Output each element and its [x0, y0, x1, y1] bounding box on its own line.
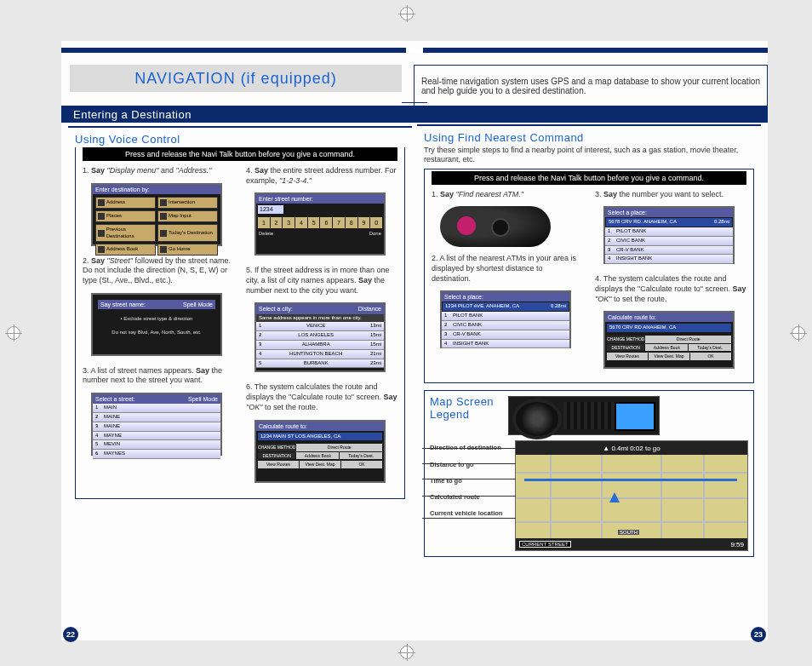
say-street-screenshot: Say street name:Spell Mode • Exclude str… [91, 293, 222, 356]
page-spread: NAVIGATION (if equipped) Real-time navig… [61, 41, 768, 640]
find-step-1: 1. Say "Find nearest ATM." [432, 190, 583, 200]
voice-step-3: 3. A list of street names appears. Say t… [83, 366, 234, 386]
find-steps-col-a: 1. Say "Find nearest ATM." 2. A list of … [432, 190, 583, 380]
voice-heading: Using Voice Control [75, 133, 412, 146]
right-column: Using Find Nearest Command Try these sim… [417, 126, 761, 620]
section-header: Entering a Destination [61, 106, 417, 123]
find-step-4: 4. The system calculates the route and d… [595, 274, 746, 304]
find-intro: Try these simple steps to find a nearby … [424, 146, 754, 165]
section-header-right-rule [417, 106, 768, 123]
find-step-2: 2. A list of the nearest ATMs in your ar… [432, 254, 583, 284]
key-fob-photo [440, 206, 551, 247]
page-number-left: 22 [63, 627, 78, 642]
dashboard-photo [508, 396, 660, 435]
vehicle-icon [609, 492, 620, 502]
legend-list: Direction of destination Distance to go … [430, 439, 523, 526]
legend-title: Map Screen Legend [430, 396, 503, 435]
voice-step-5: 5. If the street address is in more than… [246, 266, 397, 296]
legend-item: Distance to go [430, 462, 523, 468]
find-step-3: 3. Say the number you want to select. [595, 190, 746, 200]
voice-step-1: 1. Say "Display menu" and "Address." [83, 166, 234, 176]
select-street-screenshot: Select a street:Spell Mode 1MAIN 2MAINE … [91, 393, 222, 456]
map-route-line [524, 479, 737, 481]
find-steps-col-b: 3. Say the number you want to select. Se… [595, 190, 746, 380]
enter-destination-screenshot: Enter destination by: Address Intersecti… [91, 183, 222, 246]
voice-steps-col-b: 4. Say the entire street address number.… [246, 166, 397, 493]
map-legend-box: Map Screen Legend Direction of destinati… [424, 390, 754, 557]
voice-step-6: 6. The system calculates the route and d… [246, 382, 397, 412]
select-place-screenshot-a: Select a place: 1234 PILOT AVE. ANAHEIM,… [440, 290, 571, 348]
left-column: Using Voice Control Press and release th… [68, 126, 412, 620]
voice-instruction-strip: Press and release the Navi Talk button b… [83, 147, 397, 161]
page-title: NAVIGATION (if equipped) [70, 65, 402, 92]
map-screenshot: ▲ 0.4mi 0:02 to go SOUTH CURRENT STREET … [515, 440, 748, 551]
map-top-strip: ▲ 0.4mi 0:02 to go [516, 441, 747, 455]
legend-item: Current vehicle location [430, 510, 523, 517]
voice-step-2: 2. Say "Street" followed by the street n… [83, 256, 234, 286]
find-heading: Using Find Nearest Command [424, 131, 761, 144]
select-city-screenshot: Select a city:Distance Same address appe… [254, 302, 386, 372]
select-place-screenshot-b: Select a place: 5678 CRV RD. ANAHEIM, CA… [603, 206, 735, 264]
map-bottom-strip: CURRENT STREET 9:59 [516, 538, 747, 550]
voice-steps-col-a: 1. Say "Display menu" and "Address." Ent… [83, 166, 234, 493]
legend-item: Calculated route [430, 494, 523, 501]
enter-street-number-screenshot: Enter street number: 1234 1234567890 Del… [254, 192, 386, 255]
page-description: Real-time navigation system uses GPS and… [414, 65, 768, 107]
voice-step-4: 4. Say the entire street address number.… [246, 166, 397, 186]
top-rule-left [61, 48, 415, 53]
page-number-right: 23 [751, 627, 766, 642]
compass-label: SOUTH [618, 530, 639, 535]
top-rule-right [415, 48, 768, 53]
find-instruction-strip: Press and release the Navi Talk button b… [432, 171, 746, 185]
calculate-route-screenshot: Calculate route to: 1234 MAIN ST LOS ANG… [254, 420, 386, 483]
calculate-route-screenshot-b: Calculate route to: 5670 CRV RD ANAHEIM,… [603, 311, 735, 369]
